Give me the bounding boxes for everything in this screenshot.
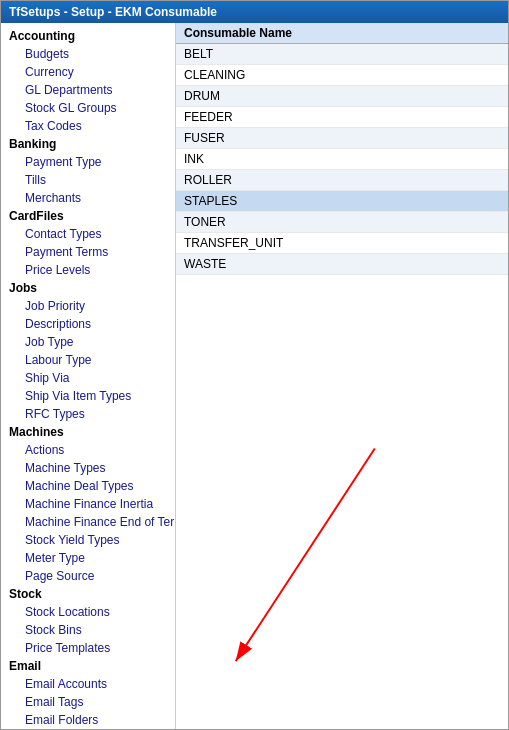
sidebar-category-email: Email: [1, 657, 175, 675]
sidebar-item-budgets[interactable]: Budgets: [1, 45, 175, 63]
sidebar-item-payment-type[interactable]: Payment Type: [1, 153, 175, 171]
sidebar-item-contact-types[interactable]: Contact Types: [1, 225, 175, 243]
sidebar-item-currency[interactable]: Currency: [1, 63, 175, 81]
list-row[interactable]: FEEDER: [176, 107, 508, 128]
list-content: BELTCLEANINGDRUMFEEDERFUSERINKROLLERSTAP…: [176, 44, 508, 729]
sidebar-item-ship-via[interactable]: Ship Via: [1, 369, 175, 387]
sidebar-item-payment-terms[interactable]: Payment Terms: [1, 243, 175, 261]
sidebar-item-merchants[interactable]: Merchants: [1, 189, 175, 207]
main-panel: Consumable Name BELTCLEANINGDRUMFEEDERFU…: [176, 23, 508, 729]
sidebar-item-job-type[interactable]: Job Type: [1, 333, 175, 351]
list-row[interactable]: DRUM: [176, 86, 508, 107]
sidebar-item-gl-departments[interactable]: GL Departments: [1, 81, 175, 99]
sidebar-item-machine-finance-inertia[interactable]: Machine Finance Inertia: [1, 495, 175, 513]
content-area: AccountingBudgetsCurrencyGL DepartmentsS…: [1, 23, 508, 729]
sidebar-item-email-tags[interactable]: Email Tags: [1, 693, 175, 711]
sidebar-category-cardfiles: CardFiles: [1, 207, 175, 225]
list-row[interactable]: WASTE: [176, 254, 508, 275]
sidebar-item-rfc-types[interactable]: RFC Types: [1, 405, 175, 423]
sidebar-item-tills[interactable]: Tills: [1, 171, 175, 189]
list-row[interactable]: INK: [176, 149, 508, 170]
sidebar-item-stock-yield-types[interactable]: Stock Yield Types: [1, 531, 175, 549]
sidebar-item-tax-codes[interactable]: Tax Codes: [1, 117, 175, 135]
main-window: TfSetups - Setup - EKM Consumable Accoun…: [0, 0, 509, 730]
sidebar-item-email-accounts[interactable]: Email Accounts: [1, 675, 175, 693]
sidebar-item-actions[interactable]: Actions: [1, 441, 175, 459]
sidebar-item-machine-types[interactable]: Machine Types: [1, 459, 175, 477]
title-bar: TfSetups - Setup - EKM Consumable: [1, 1, 508, 23]
list-row[interactable]: BELT: [176, 44, 508, 65]
sidebar-category-jobs: Jobs: [1, 279, 175, 297]
sidebar-item-page-source[interactable]: Page Source: [1, 567, 175, 585]
window-title: TfSetups - Setup - EKM Consumable: [9, 5, 217, 19]
sidebar-item-price-levels[interactable]: Price Levels: [1, 261, 175, 279]
list-row[interactable]: STAPLES: [176, 191, 508, 212]
sidebar-item-stock-gl-groups[interactable]: Stock GL Groups: [1, 99, 175, 117]
sidebar-item-descriptions[interactable]: Descriptions: [1, 315, 175, 333]
sidebar-item-stock-locations[interactable]: Stock Locations: [1, 603, 175, 621]
sidebar-category-machines: Machines: [1, 423, 175, 441]
sidebar-item-price-templates[interactable]: Price Templates: [1, 639, 175, 657]
list-row[interactable]: TONER: [176, 212, 508, 233]
sidebar-category-accounting: Accounting: [1, 27, 175, 45]
list-row[interactable]: FUSER: [176, 128, 508, 149]
sidebar: AccountingBudgetsCurrencyGL DepartmentsS…: [1, 23, 176, 729]
sidebar-category-banking: Banking: [1, 135, 175, 153]
list-header: Consumable Name: [176, 23, 508, 44]
sidebar-item-machine-finance-end-of-term[interactable]: Machine Finance End of Term: [1, 513, 175, 531]
sidebar-item-meter-type[interactable]: Meter Type: [1, 549, 175, 567]
sidebar-item-labour-type[interactable]: Labour Type: [1, 351, 175, 369]
sidebar-item-stock-bins[interactable]: Stock Bins: [1, 621, 175, 639]
sidebar-category-stock: Stock: [1, 585, 175, 603]
list-row[interactable]: TRANSFER_UNIT: [176, 233, 508, 254]
list-row[interactable]: CLEANING: [176, 65, 508, 86]
sidebar-item-machine-deal-types[interactable]: Machine Deal Types: [1, 477, 175, 495]
list-row[interactable]: ROLLER: [176, 170, 508, 191]
sidebar-item-job-priority[interactable]: Job Priority: [1, 297, 175, 315]
sidebar-item-ship-via-item-types[interactable]: Ship Via Item Types: [1, 387, 175, 405]
sidebar-item-email-folders[interactable]: Email Folders: [1, 711, 175, 729]
